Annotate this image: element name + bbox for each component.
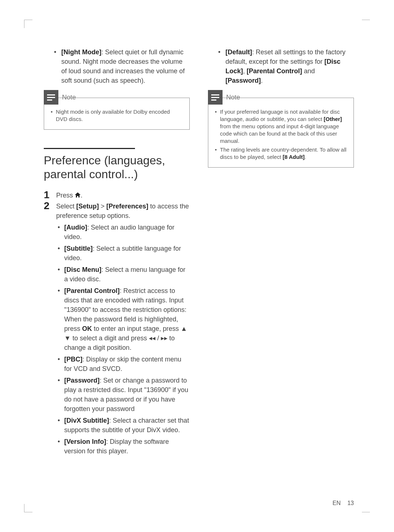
pref-pbc: [PBC]: Display or skip the content menu … bbox=[64, 355, 190, 373]
label: [Setup] bbox=[76, 203, 99, 210]
text: to enter an input stage, press bbox=[92, 325, 181, 332]
label: [Parental Control] bbox=[247, 67, 302, 75]
pref-version: [Version Info]: Display the software ver… bbox=[64, 437, 190, 456]
text: . bbox=[81, 192, 82, 199]
label: [Password] bbox=[225, 77, 261, 84]
pref-subtitle: [Subtitle]: Select a subtitle language f… bbox=[64, 244, 190, 263]
note-box: Note Night mode is only available for Do… bbox=[44, 98, 190, 130]
crop-mark bbox=[362, 504, 370, 512]
note-box: Note If your preferred language is not a… bbox=[208, 98, 354, 168]
step-number: 1 bbox=[44, 190, 56, 200]
text: Select bbox=[56, 203, 76, 210]
label: [Audio] bbox=[64, 224, 87, 231]
crop-mark bbox=[24, 20, 32, 28]
lang-code: EN bbox=[333, 500, 341, 506]
pref-parental: [Parental Control]: Restrict access to d… bbox=[64, 286, 190, 352]
manual-page: [Night Mode]: Select quiet or full dynam… bbox=[0, 0, 394, 481]
crop-mark bbox=[362, 20, 370, 28]
label: [Password] bbox=[64, 377, 100, 384]
rew-ff-icon: ◂◂ / ▸▸ bbox=[149, 335, 167, 342]
text: . bbox=[261, 77, 263, 84]
label: [DivX Subtitle] bbox=[64, 417, 109, 424]
text: to select a digit and press bbox=[71, 335, 149, 342]
step-2: 2 Select [Setup] > [Preferences] to acce… bbox=[44, 201, 190, 458]
note-item: The rating levels are country-dependent.… bbox=[220, 146, 347, 161]
section-rule bbox=[44, 148, 135, 149]
note-item: Night mode is only available for Dolby e… bbox=[56, 108, 183, 123]
text: and bbox=[302, 67, 315, 75]
label: [PBC] bbox=[64, 356, 82, 363]
text: from the menu options and input 4-digit … bbox=[220, 123, 339, 144]
text: . bbox=[305, 154, 306, 160]
label: [Other] bbox=[324, 116, 342, 122]
note-icon bbox=[44, 90, 58, 105]
note-icon bbox=[208, 90, 223, 105]
text: Press bbox=[56, 192, 75, 199]
text: If your preferred language is not availa… bbox=[220, 109, 340, 122]
right-column: [Default]: Reset all settings to the fac… bbox=[208, 47, 354, 459]
label: [Version Info] bbox=[64, 438, 106, 445]
label: [Night Mode] bbox=[61, 48, 101, 56]
left-column: [Night Mode]: Select quiet or full dynam… bbox=[44, 47, 190, 459]
label: [Preferences] bbox=[107, 203, 148, 210]
label: [8 Adult] bbox=[283, 154, 305, 160]
crop-mark bbox=[24, 504, 32, 512]
note-label: Note bbox=[226, 94, 240, 101]
step-number: 2 bbox=[44, 201, 56, 458]
ok-label: OK bbox=[82, 325, 92, 332]
step-1: 1 Press . bbox=[44, 190, 190, 200]
note-label: Note bbox=[62, 94, 76, 101]
text: > bbox=[99, 203, 107, 210]
bullet-default: [Default]: Reset all settings to the fac… bbox=[225, 47, 354, 85]
bullet-night-mode: [Night Mode]: Select quiet or full dynam… bbox=[61, 47, 190, 85]
pref-divx: [DivX Subtitle]: Select a character set … bbox=[64, 416, 190, 435]
label: [Disc Menu] bbox=[64, 266, 101, 273]
page-number: 13 bbox=[347, 500, 354, 506]
label: [Subtitle] bbox=[64, 245, 93, 252]
page-footer: EN 13 bbox=[333, 500, 354, 506]
label: [Parental Control] bbox=[64, 287, 120, 294]
home-icon bbox=[75, 191, 81, 200]
pref-password: [Password]: Set or change a password to … bbox=[64, 376, 190, 414]
pref-disc-menu: [Disc Menu]: Select a menu language for … bbox=[64, 265, 190, 284]
pref-audio: [Audio]: Select an audio language for vi… bbox=[64, 223, 190, 242]
note-item: If your preferred language is not availa… bbox=[220, 108, 347, 145]
text: , bbox=[243, 67, 247, 75]
label: [Default] bbox=[225, 48, 252, 56]
section-heading: Preference (languages, parental control.… bbox=[44, 153, 190, 181]
